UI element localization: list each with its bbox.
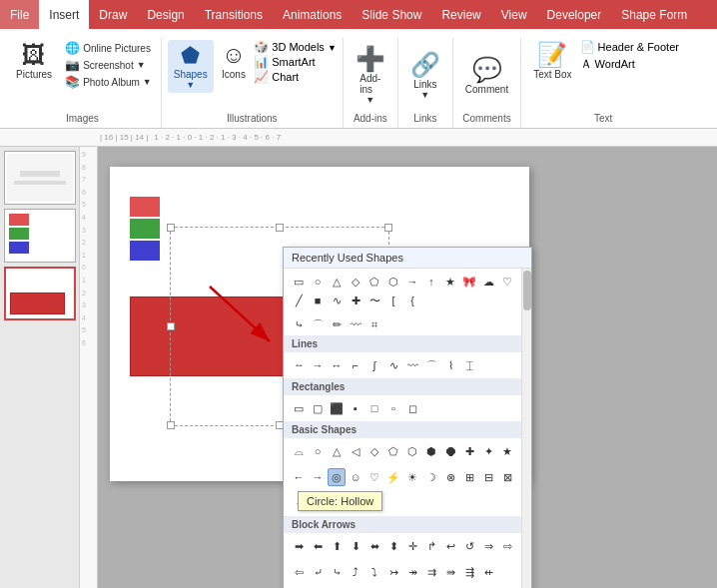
bs-hexagon[interactable]: ⬡ — [403, 442, 421, 460]
slide-thumb-1[interactable] — [4, 151, 76, 205]
shape-bracket[interactable]: [ — [384, 292, 402, 309]
bs-triangle[interactable]: △ — [328, 442, 346, 460]
line-curve[interactable]: ∫ — [365, 356, 383, 374]
online-pictures-button[interactable]: 🌐 Online Pictures — [62, 40, 155, 56]
ba-circular[interactable]: ↺ — [460, 537, 478, 555]
ba-uturn[interactable]: ↩ — [441, 537, 459, 555]
ba-misc4[interactable]: ⤴ — [347, 563, 364, 581]
bs-star5[interactable]: ★ — [498, 442, 516, 460]
ba-right[interactable]: ➡ — [290, 537, 308, 555]
line-straight[interactable]: ╌ — [290, 356, 308, 374]
bs-circle-hollow[interactable]: ◎ — [328, 468, 346, 486]
bs-diamond[interactable]: ◇ — [365, 442, 383, 460]
bs-leftarrow[interactable]: ← — [290, 468, 308, 486]
shape-cross[interactable]: ✚ — [347, 292, 364, 309]
rect-sm3[interactable]: ◻ — [403, 399, 421, 417]
ba-striped[interactable]: ⇒ — [479, 537, 497, 555]
line-scribble[interactable]: 〰 — [403, 356, 421, 374]
icons-button[interactable]: ☺ Icons — [216, 40, 253, 83]
rect-snip2[interactable]: ▪ — [347, 399, 364, 417]
scrollbar-thumb[interactable] — [523, 271, 531, 310]
line-zigzag[interactable]: ⌇ — [441, 356, 459, 374]
links-button[interactable]: 🔗 Links ▼ — [404, 50, 446, 103]
bs-octagon[interactable]: ⯃ — [441, 442, 459, 460]
menu-design[interactable]: Design — [137, 0, 194, 29]
rect-sm2[interactable]: ▫ — [384, 399, 402, 417]
handle-top-left[interactable] — [167, 224, 175, 232]
line-arc[interactable]: ⌒ — [422, 356, 440, 374]
shape-heart[interactable]: ♡ — [498, 273, 516, 291]
ba-left[interactable]: ⬅ — [309, 537, 327, 555]
wordart-button[interactable]: Ａ WordArt — [580, 56, 679, 73]
shape-brace[interactable]: { — [403, 292, 421, 309]
line-arrow[interactable]: → — [309, 356, 327, 374]
menu-view[interactable]: View — [491, 0, 537, 29]
ba-misc9[interactable]: ⇛ — [441, 563, 459, 581]
ba-bent[interactable]: ↱ — [422, 537, 440, 555]
ba-notched[interactable]: ⇨ — [498, 537, 516, 555]
shape-waved[interactable]: 〜 — [365, 292, 383, 309]
menu-draw[interactable]: Draw — [89, 0, 137, 29]
screenshot-button[interactable]: 📷 Screenshot ▼ — [62, 57, 155, 73]
bs-cross[interactable]: ✚ — [460, 442, 478, 460]
ba-misc1[interactable]: ⇦ — [290, 563, 308, 581]
shape-misc1[interactable]: ⌗ — [365, 315, 383, 333]
comment-button[interactable]: 💬 Comment — [459, 55, 514, 98]
bs-lightning[interactable]: ⚡ — [384, 468, 402, 486]
slide-thumb-2[interactable] — [4, 209, 76, 263]
shapes-button[interactable]: ⬟ Shapes ▼ — [168, 40, 214, 93]
shape-oval[interactable]: ○ — [309, 273, 327, 291]
bs-trapezoid[interactable]: ⌓ — [290, 442, 308, 460]
ba-up[interactable]: ⬆ — [328, 537, 346, 555]
shape-triangle[interactable]: △ — [328, 273, 346, 291]
ba-misc11[interactable]: ⇷ — [479, 563, 497, 581]
ba-updown[interactable]: ⬍ — [384, 537, 402, 555]
bs-rightarrow[interactable]: → — [309, 468, 327, 486]
ba-misc7[interactable]: ↠ — [403, 563, 421, 581]
bs-misc4[interactable]: ⊠ — [498, 468, 516, 486]
line-freeform[interactable]: ∿ — [384, 356, 402, 374]
handle-middle-left[interactable] — [167, 322, 175, 330]
bs-sun[interactable]: ☀ — [403, 468, 421, 486]
bs-smiley[interactable]: ☺ — [347, 468, 364, 486]
menu-insert[interactable]: Insert — [39, 0, 89, 29]
rect-plain[interactable]: ▭ — [290, 399, 308, 417]
shape-rect[interactable]: ▭ — [290, 273, 308, 291]
bs-heart[interactable]: ♡ — [365, 468, 383, 486]
menu-animations[interactable]: Animations — [273, 0, 352, 29]
chart-button[interactable]: 📈 Chart — [254, 70, 337, 84]
menu-review[interactable]: Review — [431, 0, 490, 29]
bs-misc1[interactable]: ⊗ — [441, 468, 459, 486]
handle-top-middle[interactable] — [276, 224, 284, 232]
bs-oval[interactable]: ○ — [309, 442, 327, 460]
addins-button[interactable]: ➕ Add-ins ▼ — [350, 44, 391, 108]
textbox-button[interactable]: 📝 Text Box — [527, 40, 577, 83]
ba-down[interactable]: ⬇ — [347, 537, 364, 555]
bs-star4[interactable]: ✦ — [479, 442, 497, 460]
shape-cloud[interactable]: ☁ — [479, 273, 497, 291]
3d-models-button[interactable]: 🎲 3D Models ▼ — [254, 40, 337, 54]
pictures-button[interactable]: 🖼 Pictures — [10, 40, 58, 83]
bs-heptagon[interactable]: ⬢ — [422, 442, 440, 460]
slide-thumb-3[interactable] — [4, 267, 76, 320]
bs-moon[interactable]: ☽ — [422, 468, 440, 486]
shape-line[interactable]: ╱ — [290, 292, 308, 309]
ba-misc10[interactable]: ⇶ — [460, 563, 478, 581]
rect-snip[interactable]: ⬛ — [328, 399, 346, 417]
ba-misc8[interactable]: ⇉ — [422, 563, 440, 581]
shape-up-arrow[interactable]: ↑ — [422, 273, 440, 291]
menu-transitions[interactable]: Transitions — [195, 0, 273, 29]
menu-slideshow[interactable]: Slide Show — [352, 0, 431, 29]
header-footer-button[interactable]: 📄 Header & Footer — [580, 40, 679, 54]
ba-quad[interactable]: ✛ — [403, 537, 421, 555]
shapes-panel-scrollbar[interactable] — [521, 269, 531, 588]
menu-developer[interactable]: Developer — [537, 0, 612, 29]
ba-misc6[interactable]: ↣ — [384, 563, 402, 581]
menu-shapeform[interactable]: Shape Form — [611, 0, 697, 29]
handle-top-right[interactable] — [384, 224, 392, 232]
smartart-button[interactable]: 📊 SmartArt — [254, 55, 337, 69]
bs-misc2[interactable]: ⊞ — [460, 468, 478, 486]
shape-hex[interactable]: ⬡ — [384, 273, 402, 291]
shape-rt-arrow2[interactable]: ⤷ — [290, 315, 308, 333]
shape-curved[interactable]: ∿ — [328, 292, 346, 309]
